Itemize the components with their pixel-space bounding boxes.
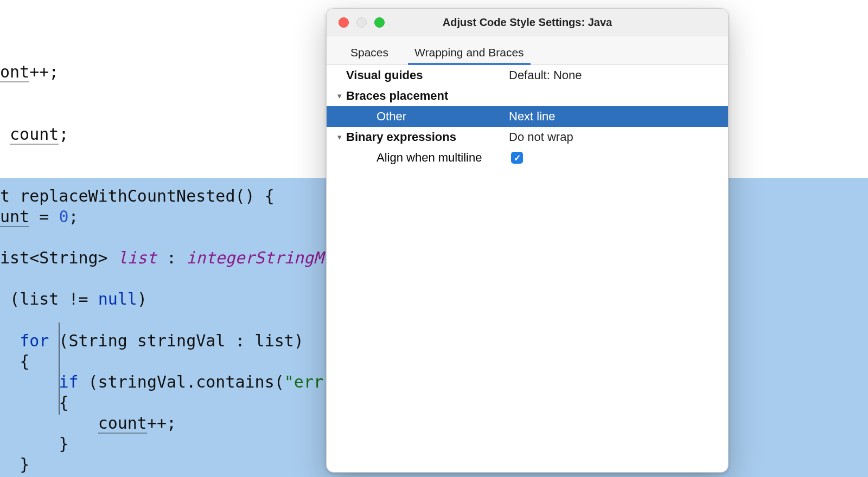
code-pp-inner: ++; <box>147 414 176 433</box>
code-colon: : <box>157 248 186 267</box>
code-count: count <box>10 125 59 145</box>
close-icon[interactable] <box>339 17 349 28</box>
row-align-when-multiline[interactable]: Align when multiline <box>327 147 728 168</box>
minimize-icon[interactable] <box>356 17 367 28</box>
code-null: null <box>98 289 137 308</box>
label-binary-expressions: Binary expressions <box>346 130 509 144</box>
code-if-close: ) <box>137 289 147 308</box>
code-sc2: ; <box>68 207 78 226</box>
code-err-str: "err <box>284 372 323 391</box>
code-list-var: list <box>118 248 157 267</box>
zoom-icon[interactable] <box>374 17 385 28</box>
code-int-string: integerStringM <box>186 248 323 267</box>
popup-tabs: Spaces Wrapping and Braces <box>327 36 728 65</box>
code-brace-open2: { <box>59 393 68 412</box>
tab-spaces[interactable]: Spaces <box>346 46 393 65</box>
value-visual-guides: Default: None <box>509 68 582 82</box>
code-if: if <box>59 372 78 391</box>
code-brace-close1: } <box>59 434 68 453</box>
code-ist-pre: ist<String> <box>0 248 118 267</box>
code-brace-close2: } <box>20 455 29 474</box>
code-eq: = <box>29 207 59 226</box>
code-zero: 0 <box>59 207 68 226</box>
checkbox-align-multiline[interactable] <box>511 152 523 164</box>
code-fn-pre: t <box>0 186 20 205</box>
code-frag-pp: ++; <box>29 62 59 81</box>
chevron-down-icon[interactable]: ▾ <box>333 132 346 142</box>
code-list-ref1: list <box>20 289 59 308</box>
code-for: for <box>20 331 49 350</box>
label-visual-guides: Visual guides <box>346 68 509 82</box>
code-fn-name: replaceWithCountNested <box>20 186 235 205</box>
code-fn-post: () { <box>235 186 274 205</box>
code-frag-ont: ont <box>0 62 29 82</box>
label-braces-placement: Braces placement <box>346 89 509 103</box>
code-for-args: (String stringVal : list) <box>49 331 304 350</box>
popup-titlebar[interactable]: Adjust Code Style Settings: Java <box>327 9 728 36</box>
code-if-open: ( <box>0 289 20 308</box>
tab-wrapping-and-braces[interactable]: Wrapping and Braces <box>410 46 528 65</box>
row-other[interactable]: Other Next line <box>327 106 728 127</box>
code-unt: unt <box>0 207 29 227</box>
row-binary-expressions[interactable]: ▾ Binary expressions Do not wrap <box>327 127 728 147</box>
label-align-multiline: Align when multiline <box>376 151 511 165</box>
code-neq: != <box>59 289 98 308</box>
row-braces-placement[interactable]: ▾ Braces placement <box>327 86 728 106</box>
code-count-inner: count <box>98 414 147 434</box>
code-brace-open1: { <box>20 352 29 371</box>
value-binary-expressions: Do not wrap <box>509 130 573 144</box>
popup-title: Adjust Code Style Settings: Java <box>443 16 612 29</box>
settings-list: Visual guides Default: None ▾ Braces pla… <box>327 65 728 168</box>
code-contains: (stringVal.contains( <box>79 372 284 391</box>
window-controls <box>327 17 385 28</box>
value-other: Next line <box>509 109 556 124</box>
label-other: Other <box>376 109 509 124</box>
chevron-down-icon[interactable]: ▾ <box>333 91 346 101</box>
code-sc1: ; <box>59 125 68 144</box>
row-visual-guides[interactable]: Visual guides Default: None <box>327 65 728 86</box>
code-style-popup: Adjust Code Style Settings: Java Spaces … <box>326 8 729 473</box>
